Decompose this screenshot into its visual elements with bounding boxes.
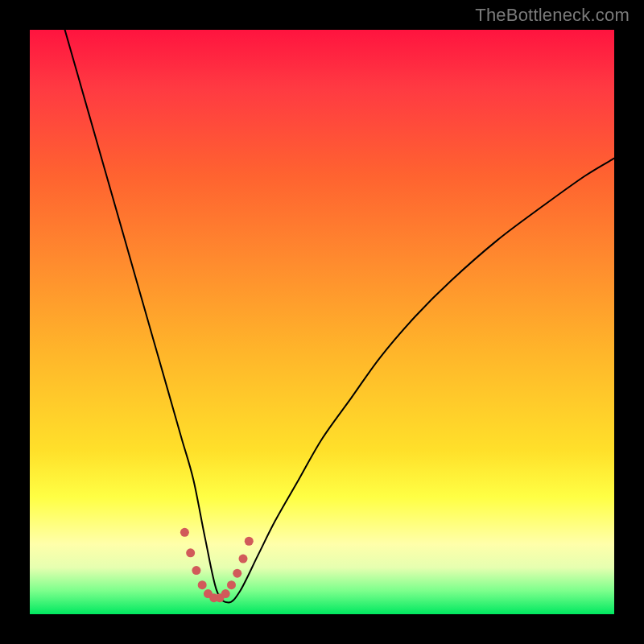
bottleneck-curve: [65, 30, 614, 602]
chart-plot: [0, 0, 644, 644]
watermark-text: TheBottleneck.com: [475, 5, 630, 26]
valley-dot: [221, 589, 230, 598]
valley-dot: [198, 580, 207, 589]
valley-dot: [180, 528, 189, 537]
valley-dot: [233, 569, 242, 578]
valley-dot: [186, 548, 195, 557]
valley-dot: [192, 566, 200, 575]
valley-dot: [238, 555, 247, 564]
valley-dot: [245, 537, 254, 546]
valley-dot: [227, 580, 236, 589]
